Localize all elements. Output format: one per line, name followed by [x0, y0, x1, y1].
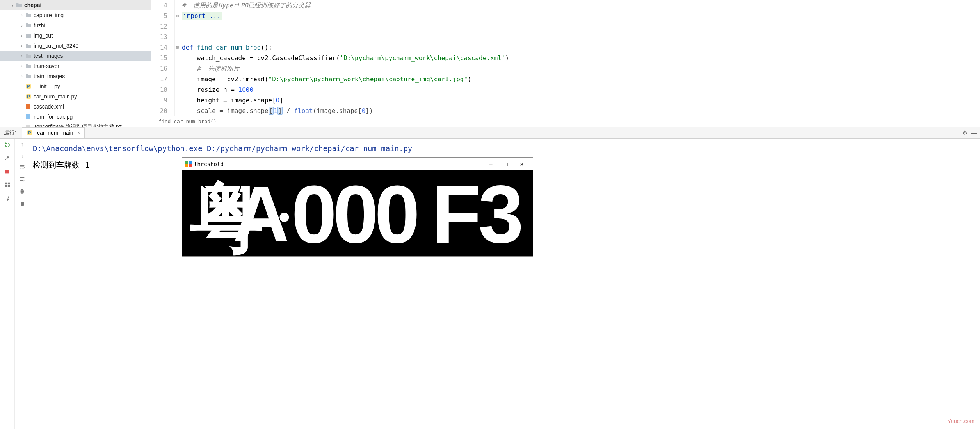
tree-folder-test-images[interactable]: › test_images: [0, 51, 151, 61]
window-maximize-button[interactable]: ☐: [498, 161, 514, 168]
chevron-right-icon[interactable]: ›: [19, 44, 25, 48]
svg-rect-4: [5, 183, 7, 184]
run-tool-window: 运行: P car_num_main × ⚙ — ↑ ↓: [0, 127, 980, 429]
svg-text:000: 000: [291, 170, 416, 256]
tree-folder-train-images[interactable]: › train_images: [0, 71, 151, 81]
tree-file-tensorflow-doc[interactable]: Tensorflow车牌识别项目实战文档.txt: [0, 122, 151, 127]
opencv-threshold-window[interactable]: threshold — ☐ ✕ 粤 A 000: [182, 157, 533, 257]
chevron-down-icon[interactable]: ▾: [9, 3, 16, 7]
fold-expand-icon[interactable]: ⊞: [175, 11, 180, 21]
svg-rect-6: [5, 185, 7, 187]
tree-file-car-num-main[interactable]: P car_num_main.py: [0, 91, 151, 102]
svg-rect-11: [185, 161, 188, 164]
svg-rect-12: [189, 161, 192, 164]
tree-folder-fuzhi[interactable]: › fuzhi: [0, 20, 151, 30]
svg-rect-0: [26, 104, 30, 109]
run-primary-toolbar: [0, 139, 15, 429]
folder-icon: [25, 53, 32, 59]
tree-file-num-for-car-jpg[interactable]: num_for_car.jpg: [0, 112, 151, 122]
threshold-image: 粤 A 000 F 3: [182, 170, 533, 256]
tree-file-init-py[interactable]: P __init__.py: [0, 81, 151, 91]
code-content[interactable]: # 使用的是HyperLPR已经训练好了的分类器 import ... def …: [180, 0, 980, 116]
python-file-icon: P: [25, 93, 32, 100]
tree-folder-train-saver[interactable]: › train-saver: [0, 61, 151, 71]
chevron-right-icon[interactable]: ›: [19, 34, 25, 38]
python-file-icon: P: [26, 130, 33, 136]
trash-button[interactable]: [20, 201, 25, 207]
rerun-button[interactable]: [4, 141, 11, 149]
image-file-icon: [25, 114, 32, 120]
scroll-end-button[interactable]: [20, 177, 25, 183]
window-titlebar[interactable]: threshold — ☐ ✕: [182, 158, 533, 170]
fold-collapse-icon[interactable]: ⊟: [175, 42, 180, 53]
svg-rect-5: [7, 183, 9, 184]
window-minimize-button[interactable]: —: [483, 161, 498, 168]
folder-icon: [16, 2, 23, 8]
svg-rect-13: [185, 164, 188, 167]
down-arrow-button[interactable]: ↓: [21, 153, 24, 159]
xml-file-icon: [25, 104, 32, 110]
tree-folder-capture-img[interactable]: › capture_img: [0, 10, 151, 20]
gear-icon[interactable]: ⚙: [962, 130, 968, 136]
tree-root-chepai[interactable]: ▾ chepai: [0, 0, 151, 10]
python-file-icon: P: [25, 83, 32, 89]
folder-icon: [25, 73, 32, 79]
soft-wrap-button[interactable]: [19, 164, 25, 171]
folder-icon: [25, 63, 32, 69]
stop-button[interactable]: [4, 168, 11, 175]
app-icon: [185, 161, 192, 167]
chevron-right-icon[interactable]: ›: [19, 74, 25, 79]
breadcrumb[interactable]: find_car_num_brod(): [151, 116, 980, 127]
close-icon[interactable]: ×: [77, 130, 80, 136]
chevron-right-icon[interactable]: ›: [19, 64, 25, 68]
folder-icon: [25, 22, 32, 29]
svg-rect-7: [7, 185, 9, 187]
print-button[interactable]: [20, 189, 25, 195]
chevron-right-icon[interactable]: ›: [19, 23, 25, 28]
svg-text:3: 3: [478, 170, 527, 256]
code-editor[interactable]: 4 5 12 13 14 15 16 17 18 19 20 ⊞: [151, 0, 980, 127]
folder-icon: [25, 43, 32, 49]
watermark: Yuucn.com: [948, 418, 975, 424]
svg-text:F: F: [432, 170, 485, 256]
svg-rect-9: [21, 189, 23, 191]
console-command-line: D:\Anaconda\envs\tensorflow\python.exe D…: [33, 144, 977, 153]
run-tab-car-num-main[interactable]: P car_num_main ×: [22, 127, 85, 138]
svg-rect-8: [21, 190, 24, 192]
line-number-gutter: 4 5 12 13 14 15 16 17 18 19 20: [151, 0, 175, 116]
svg-rect-2: [26, 125, 30, 127]
window-close-button[interactable]: ✕: [514, 161, 530, 168]
folder-icon: [25, 32, 32, 39]
chevron-right-icon[interactable]: ›: [19, 13, 25, 18]
tree-file-cascade-xml[interactable]: cascade.xml: [0, 102, 151, 112]
svg-rect-10: [21, 193, 23, 194]
run-secondary-toolbar: ↑ ↓: [15, 139, 30, 429]
run-label: 运行:: [2, 129, 19, 136]
tree-folder-img-cut-not-3240[interactable]: › img_cut_not_3240: [0, 41, 151, 51]
project-tree[interactable]: ▾ chepai › capture_img › fuzhi ›: [0, 0, 151, 127]
up-arrow-button[interactable]: ↑: [21, 141, 24, 147]
svg-point-18: [279, 213, 289, 222]
pin-button[interactable]: [4, 194, 11, 202]
minimize-icon[interactable]: —: [971, 130, 977, 136]
text-file-icon: [25, 124, 32, 127]
tree-folder-img-cut[interactable]: › img_cut: [0, 30, 151, 41]
fold-column[interactable]: ⊞ ⊟: [175, 0, 180, 116]
svg-rect-1: [26, 114, 30, 119]
folder-icon: [25, 12, 32, 18]
svg-rect-3: [5, 170, 9, 173]
chevron-right-icon[interactable]: ›: [19, 54, 25, 58]
wrench-button[interactable]: [4, 154, 11, 162]
console-output[interactable]: D:\Anaconda\envs\tensorflow\python.exe D…: [30, 139, 980, 429]
layout-button[interactable]: [4, 181, 11, 189]
svg-rect-14: [189, 164, 192, 167]
